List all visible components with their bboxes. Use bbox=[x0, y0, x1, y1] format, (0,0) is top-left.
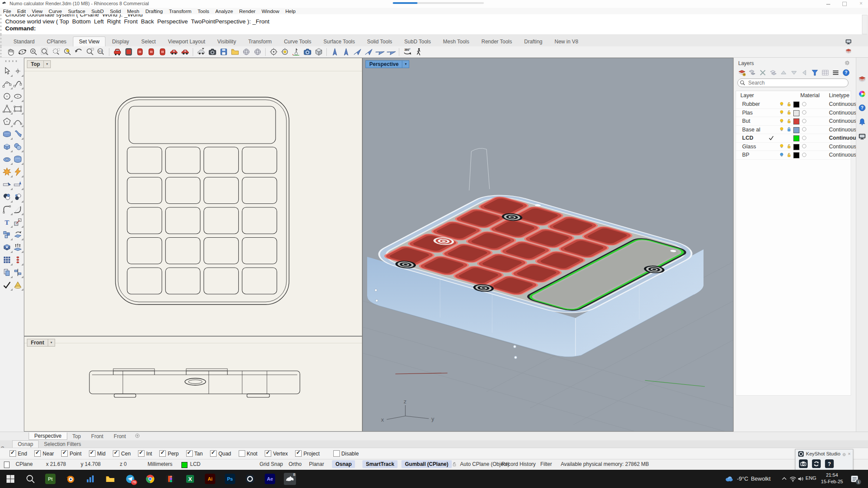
material-circle-icon[interactable] bbox=[801, 126, 808, 133]
layer-row-lcd[interactable]: LCDContinuous bbox=[736, 134, 851, 143]
layer-linetype[interactable]: Continuous bbox=[829, 101, 856, 107]
zoom-out-icon[interactable] bbox=[85, 47, 95, 57]
status-toggle-planar[interactable]: Planar bbox=[309, 461, 324, 467]
column-linetype[interactable]: Linetype bbox=[829, 92, 849, 98]
viewport-tab-front-2[interactable]: Front bbox=[86, 433, 108, 440]
view-left-icon[interactable] bbox=[158, 47, 167, 57]
layer-name[interactable]: BP bbox=[742, 152, 750, 158]
layer-menu-icon[interactable] bbox=[831, 68, 840, 77]
status-toggle-osnap[interactable]: Osnap bbox=[332, 460, 355, 468]
layer-linetype[interactable]: Continuous bbox=[829, 144, 856, 150]
walkabout-icon[interactable] bbox=[414, 47, 423, 57]
view-back-icon[interactable] bbox=[124, 47, 133, 57]
set-cplane-object-icon[interactable] bbox=[280, 47, 289, 57]
bulb-on-icon[interactable] bbox=[779, 126, 785, 133]
tool-cone-icon[interactable] bbox=[13, 280, 23, 291]
ribbon-tab-solid-tools[interactable]: Solid Tools bbox=[362, 37, 398, 46]
turntable-360-icon[interactable]: 360° bbox=[402, 47, 412, 57]
status-cplane[interactable]: CPlane bbox=[16, 461, 33, 467]
material-circle-icon[interactable] bbox=[801, 135, 808, 141]
taskbar-excel-icon[interactable]: X bbox=[184, 473, 196, 485]
set-cplane-origin-icon[interactable] bbox=[269, 47, 278, 57]
tool-fillet-curve-icon[interactable] bbox=[13, 205, 23, 215]
keyshot-help-button[interactable]: ? bbox=[824, 459, 835, 468]
tab-selection-filters[interactable]: Selection Filters bbox=[39, 441, 86, 448]
taskbar-rhinoceros-icon[interactable]: 8 bbox=[284, 473, 296, 485]
chevron-down-icon[interactable]: ▼ bbox=[44, 60, 51, 68]
layer-linetype[interactable]: Continuous bbox=[829, 110, 856, 116]
tool-circle-icon[interactable] bbox=[2, 92, 13, 102]
spherical-view-2-icon[interactable] bbox=[253, 47, 262, 57]
osnap-check-project[interactable]: ✓Project bbox=[295, 450, 319, 457]
tool-boolean-union-icon[interactable] bbox=[2, 192, 13, 203]
lock-icon[interactable] bbox=[451, 461, 457, 467]
bulb-on-icon[interactable] bbox=[779, 143, 785, 150]
status-toggle-gridsnap[interactable]: Grid Snap bbox=[260, 461, 283, 467]
osnap-check-tan[interactable]: ✓Tan bbox=[186, 450, 203, 457]
menu-transform[interactable]: Transform bbox=[166, 9, 194, 14]
view-perspective-icon[interactable] bbox=[180, 47, 190, 57]
material-circle-icon[interactable] bbox=[801, 152, 808, 158]
osnap-check-int[interactable]: ✓Int bbox=[138, 450, 152, 457]
named-view-icon[interactable] bbox=[196, 47, 206, 57]
menu-file[interactable]: File bbox=[0, 9, 14, 14]
panel-layers-icon[interactable] bbox=[845, 48, 852, 55]
osnap-check-knot[interactable]: Knot bbox=[239, 450, 258, 457]
tool-spheres-icon[interactable] bbox=[13, 142, 23, 152]
menu-drafting[interactable]: Drafting bbox=[142, 9, 166, 14]
viewport-tab-top-1[interactable]: Top bbox=[67, 433, 86, 440]
restore-button[interactable] bbox=[839, 0, 850, 7]
osnap-check-perp[interactable]: ✓Perp bbox=[159, 450, 178, 457]
tool-ellipse-icon[interactable] bbox=[13, 92, 23, 102]
osnap-check-end[interactable]: ✓End bbox=[10, 450, 27, 457]
zoom-extents-icon[interactable] bbox=[29, 47, 38, 57]
tool-arc-icon[interactable] bbox=[13, 117, 23, 127]
menu-analyze[interactable]: Analyze bbox=[212, 9, 236, 14]
ribbon-tab-surface-tools[interactable]: Surface Tools bbox=[318, 37, 361, 46]
tool-fillet-corner-icon[interactable] bbox=[2, 205, 13, 215]
fly-view-1-icon[interactable] bbox=[352, 47, 362, 57]
bulb-on-icon[interactable] bbox=[779, 109, 785, 116]
lock-open-icon[interactable] bbox=[786, 101, 792, 108]
layer-name[interactable]: Base al bbox=[742, 127, 760, 133]
taskbar-taskbar-search-icon[interactable] bbox=[24, 473, 36, 485]
tool-boolean-difference-icon[interactable] bbox=[13, 192, 23, 203]
tool-solid-box-icon[interactable] bbox=[2, 242, 13, 253]
material-circle-icon[interactable] bbox=[801, 118, 808, 124]
keyshot-sync-button[interactable] bbox=[811, 459, 822, 468]
tool-surface-box-icon[interactable] bbox=[2, 142, 13, 152]
menu-curve[interactable]: Curve bbox=[46, 9, 65, 14]
ribbon-tab-subd-tools[interactable]: SubD Tools bbox=[399, 37, 437, 46]
menu-window[interactable]: Window bbox=[259, 9, 283, 14]
tool-surface-patch-icon[interactable] bbox=[13, 154, 23, 165]
layer-color-swatch[interactable] bbox=[793, 102, 799, 108]
tool-extrude-surface-icon[interactable] bbox=[13, 242, 23, 253]
airplane-view-2-icon[interactable] bbox=[386, 47, 396, 57]
layer-row-plas[interactable]: PlasContinuous bbox=[736, 109, 851, 118]
viewport-tab-front-3[interactable]: Front bbox=[108, 433, 131, 440]
osnap-check-mid[interactable]: ✓Mid bbox=[89, 450, 105, 457]
bulb-on-icon[interactable] bbox=[779, 118, 785, 124]
lock-open-icon[interactable] bbox=[786, 143, 792, 150]
open-views-icon[interactable] bbox=[230, 47, 240, 57]
tool-scale-icon[interactable] bbox=[13, 217, 23, 228]
layer-color-swatch[interactable] bbox=[793, 110, 799, 116]
tool-surface-curved-icon[interactable] bbox=[13, 129, 23, 140]
layer-name[interactable]: Glass bbox=[742, 144, 756, 150]
tool-polygon-icon[interactable] bbox=[2, 117, 13, 127]
place-camera-icon[interactable] bbox=[302, 47, 312, 57]
command-prompt[interactable]: Command: bbox=[2, 25, 868, 32]
taskbar-photoshop-icon[interactable]: Ps bbox=[224, 473, 236, 485]
gear-icon[interactable] bbox=[844, 59, 851, 66]
airplane-view-1-icon[interactable] bbox=[375, 47, 385, 57]
new-sublayer-icon[interactable] bbox=[747, 68, 757, 77]
status-toggle-smarttrack[interactable]: SmartTrack bbox=[362, 460, 398, 468]
tab-osnap[interactable]: Osnap bbox=[12, 440, 39, 448]
taskbar-substance-painter-icon[interactable]: Pt bbox=[44, 473, 56, 485]
tool-flash-boolean-icon[interactable] bbox=[13, 167, 23, 177]
tray-chevron-icon[interactable] bbox=[780, 475, 788, 483]
taskbar-telegram-icon[interactable]: 76 bbox=[124, 473, 136, 485]
viewport-title-perspective[interactable]: Perspective▼ bbox=[365, 60, 409, 68]
taskbar-file-explorer-icon[interactable] bbox=[104, 473, 116, 485]
viewport-top[interactable]: Top▼ bbox=[24, 58, 362, 336]
